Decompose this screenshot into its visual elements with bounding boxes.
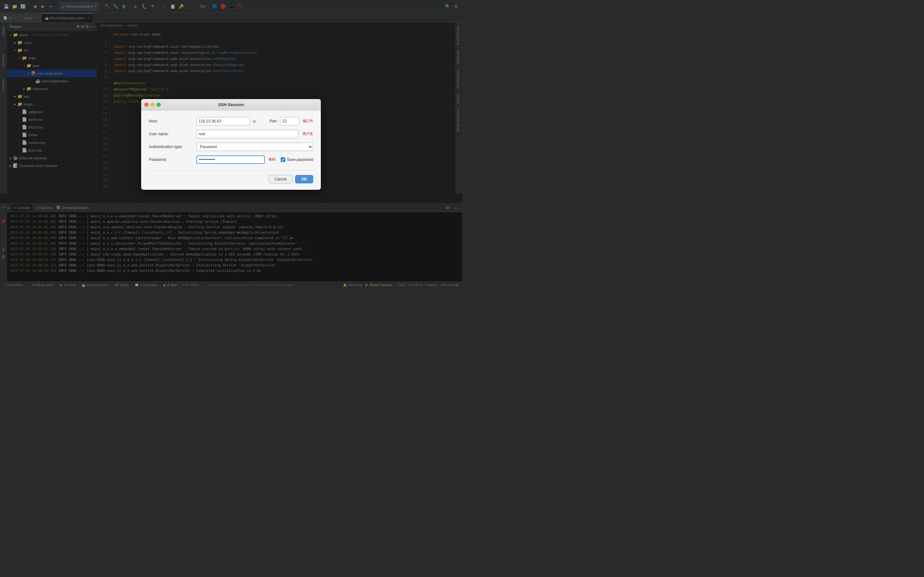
save-password-checkbox[interactable] [281,157,285,162]
host-annotation: ip [253,119,256,123]
password-annotation: 密码 [268,157,276,162]
save-password-area: Save password [281,157,313,162]
host-row: Host: ip Port: 端口号 [149,117,313,125]
save-password-label: Save password [287,157,313,162]
password-input[interactable] [196,155,265,164]
username-row: User name: 用户名 [149,130,313,138]
port-label: Port: [258,119,278,123]
auth-row: Authentication type: Password Key pair (… [149,143,313,151]
auth-label: Authentication type: [149,145,194,149]
port-input[interactable] [280,117,299,125]
ssh-dialog: SSH Session Host: ip Port: 端口号 User name… [141,99,321,190]
ssh-dialog-titlebar: SSH Session [141,99,321,111]
ssh-dialog-overlay: SSH Session Host: ip Port: 端口号 User name… [0,0,462,288]
maximize-window-btn[interactable] [157,103,161,107]
password-row: Password: 密码 Save password [149,155,313,164]
username-input[interactable] [196,130,299,138]
minimize-window-btn[interactable] [150,103,155,107]
password-label: Password: [149,157,194,162]
ssh-dialog-title: SSH Session [144,102,318,107]
host-input[interactable] [196,117,250,125]
ssh-dialog-body: Host: ip Port: 端口号 User name: 用户名 Aut [141,111,321,190]
username-annotation: 用户名 [302,131,313,136]
ok-button[interactable]: OK [295,175,313,183]
dialog-buttons: Cancel OK [149,170,313,183]
port-annotation: 端口号 [302,119,313,123]
close-window-btn[interactable] [144,103,149,107]
host-label: Host: [149,119,194,123]
traffic-lights [144,103,161,107]
auth-select[interactable]: Password Key pair (OpenSSH or PuTTY) Ope… [196,143,313,151]
cancel-button[interactable]: Cancel [268,175,292,183]
username-label: User name: [149,132,194,136]
